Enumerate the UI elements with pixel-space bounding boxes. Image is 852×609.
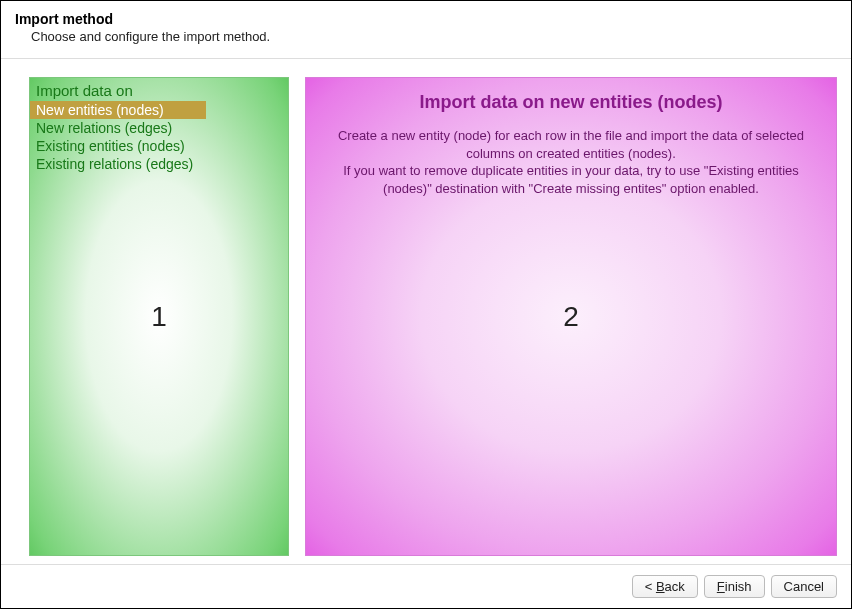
detail-line1: Create a new entity (node) for each row … <box>338 128 804 161</box>
panel-detail: Import data on new entities (nodes) Crea… <box>305 77 837 556</box>
list-item-new-entities[interactable]: New entities (nodes) <box>30 101 206 119</box>
finish-mnemonic: F <box>717 579 725 594</box>
list-item-new-relations[interactable]: New relations (edges) <box>30 119 288 137</box>
back-mnemonic: B <box>656 579 665 594</box>
detail-line2: If you want to remove duplicate entities… <box>343 163 799 196</box>
detail-title: Import data on new entities (nodes) <box>306 78 836 127</box>
page-title: Import method <box>15 11 837 27</box>
finish-rest: inish <box>725 579 752 594</box>
back-rest: ack <box>665 579 685 594</box>
back-prefix: < <box>645 579 656 594</box>
panel-number-1: 1 <box>151 301 167 333</box>
page-subtitle: Choose and configure the import method. <box>31 29 837 44</box>
back-button[interactable]: < Back <box>632 575 698 598</box>
footer: < Back Finish Cancel <box>1 564 851 608</box>
list-item-existing-entities[interactable]: Existing entities (nodes) <box>30 137 288 155</box>
list-item-existing-relations[interactable]: Existing relations (edges) <box>30 155 288 173</box>
content: Import data on New entities (nodes) New … <box>1 59 851 564</box>
header: Import method Choose and configure the i… <box>1 1 851 59</box>
panel-number-2: 2 <box>563 301 579 333</box>
cancel-button[interactable]: Cancel <box>771 575 837 598</box>
list-header: Import data on <box>30 78 288 101</box>
detail-body: Create a new entity (node) for each row … <box>306 127 836 197</box>
panel-import-on: Import data on New entities (nodes) New … <box>29 77 289 556</box>
finish-button[interactable]: Finish <box>704 575 765 598</box>
